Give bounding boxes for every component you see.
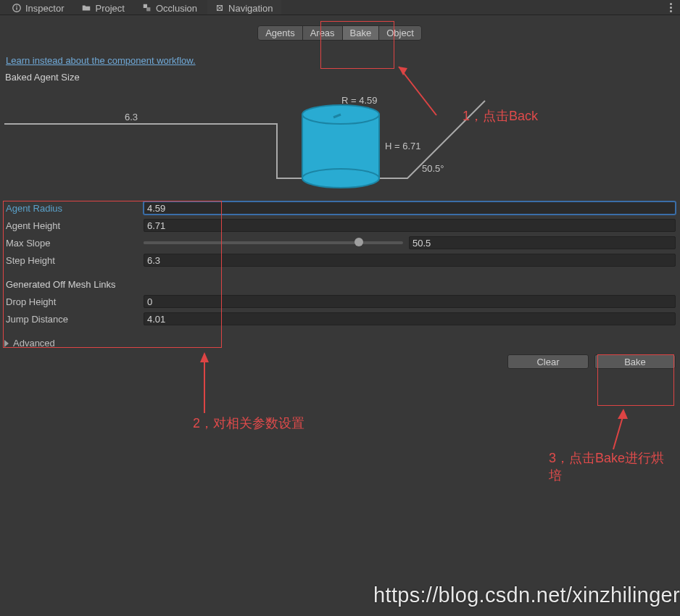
annot-box-1 <box>320 21 394 69</box>
jump-distance-input[interactable] <box>144 312 676 325</box>
diagram-r-label: R = 4.59 <box>341 95 378 106</box>
svg-rect-1 <box>16 7 17 10</box>
max-slope-value[interactable] <box>409 236 676 249</box>
slider-handle[interactable] <box>354 238 363 246</box>
svg-point-6 <box>302 169 379 188</box>
watermark-text: https://blog.csdn.net/xinzhilinger <box>373 583 680 607</box>
tab-bar-menu[interactable] <box>661 0 680 14</box>
tab-project-label: Project <box>95 3 124 14</box>
window-tab-bar: Inspector Project Occlusion Navigation <box>0 0 680 15</box>
tab-navigation-label: Navigation <box>228 3 273 14</box>
occlusion-icon <box>142 3 152 13</box>
svg-marker-10 <box>399 67 407 75</box>
annot-arrow-2 <box>196 348 217 420</box>
svg-rect-4 <box>146 7 150 11</box>
clear-button[interactable]: Clear <box>507 354 589 369</box>
diagram-step-label: 6.3 <box>125 112 138 122</box>
tab-occlusion-label: Occlusion <box>156 3 197 14</box>
svg-line-9 <box>399 67 436 115</box>
diagram-slope-label: 50.5° <box>422 163 444 174</box>
annot-text-2: 2，对相关参数设置 <box>193 415 304 432</box>
annot-box-2 <box>3 201 222 348</box>
tab-project[interactable]: Project <box>74 0 133 14</box>
annot-text-3: 3，点击Bake进行烘培 <box>549 449 672 484</box>
tab-inspector-label: Inspector <box>25 3 64 14</box>
learn-link[interactable]: Learn instead about the component workfl… <box>6 55 196 66</box>
svg-marker-14 <box>618 409 628 419</box>
folder-icon <box>81 3 91 13</box>
info-icon <box>12 3 22 13</box>
diagram-h-label: H = 6.71 <box>385 141 421 151</box>
svg-rect-2 <box>16 6 17 7</box>
baked-agent-size-title: Baked Agent Size <box>5 72 680 83</box>
annot-arrow-3 <box>608 404 637 455</box>
kebab-icon <box>670 3 672 12</box>
agent-radius-input[interactable] <box>144 201 676 215</box>
tab-inspector[interactable]: Inspector <box>4 0 72 14</box>
svg-marker-12 <box>200 352 209 362</box>
step-height-input[interactable] <box>144 254 676 267</box>
tab-navigation[interactable]: Navigation <box>207 0 281 14</box>
agent-height-input[interactable] <box>144 219 676 232</box>
tab-occlusion[interactable]: Occlusion <box>135 0 206 14</box>
drop-height-input[interactable] <box>144 295 676 308</box>
agent-diagram: R = 4.59 H = 6.71 6.3 50.5° <box>0 83 680 195</box>
annot-arrow-1 <box>391 56 442 121</box>
svg-line-13 <box>613 415 623 449</box>
annot-text-1: 1，点击Back <box>463 107 538 125</box>
navigation-icon <box>215 3 225 13</box>
subtab-agents[interactable]: Agents <box>257 25 302 41</box>
annot-box-3 <box>597 354 674 406</box>
